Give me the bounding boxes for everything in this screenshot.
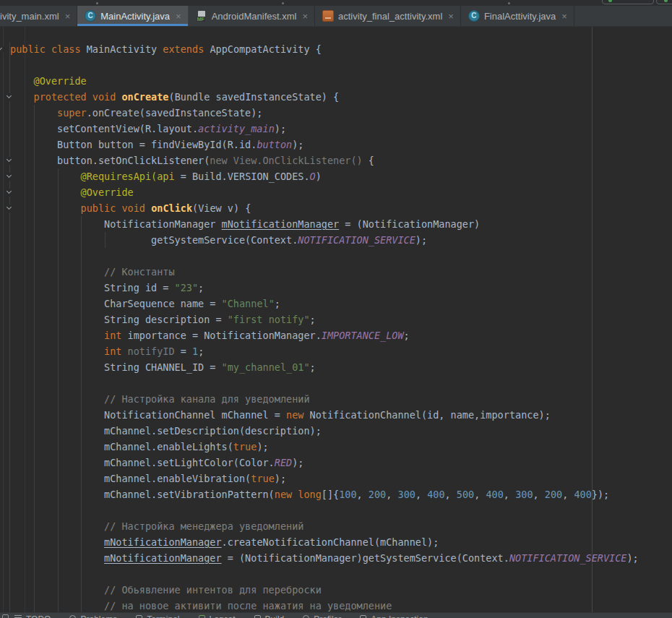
- code-token: [10, 202, 81, 214]
- code-area: public class MainActivity extends AppCom…: [0, 27, 672, 612]
- code-line: [0, 502, 672, 518]
- logcat-icon: [199, 615, 205, 618]
- tool-window-button-label: TODO: [26, 614, 51, 618]
- code-token: @Override: [81, 186, 134, 198]
- manifest-icon: MF: [196, 10, 207, 22]
- code-token: getSystemService(Context.: [10, 234, 298, 246]
- code-token: protected: [34, 91, 87, 103]
- code-token: true: [251, 473, 275, 484]
- code-token: [10, 266, 104, 278]
- code-token: importance = NotificationManager.: [121, 330, 321, 341]
- tab-androidmanifest-xml[interactable]: MFAndroidManifest.xml×: [189, 6, 315, 26]
- code-token: mNotificationManager: [104, 552, 222, 564]
- tab-mainactivity-java[interactable]: CMainActivity.java×: [77, 6, 188, 26]
- code-token: 400: [574, 489, 591, 500]
- tool-window-button-logcat[interactable]: Logcat: [199, 614, 236, 618]
- close-tab-icon[interactable]: ×: [302, 12, 308, 21]
- code-token: true: [233, 441, 257, 452]
- code-token: onClick: [151, 202, 192, 214]
- tab-activity-final-acttivity-xml[interactable]: activity_final_acttivity.xml×: [315, 6, 461, 26]
- java-class-icon: C: [85, 10, 96, 22]
- tool-window-button-profiler[interactable]: Profiler: [303, 614, 341, 618]
- code-token: mChannel.enableVibration(: [10, 473, 251, 484]
- code-token: (View v) {: [192, 202, 251, 214]
- code-token: = (NotificationManager): [339, 218, 480, 230]
- code-token: O: [310, 171, 316, 182]
- run-icon[interactable]: [608, 0, 612, 2]
- code-token: void: [121, 202, 145, 214]
- code-token: ;: [310, 314, 316, 325]
- code-line: getSystemService(Context.NOTIFICATION_SE…: [0, 232, 672, 248]
- tool-window-button-build[interactable]: Build: [254, 614, 285, 618]
- tool-window-bar: TODOProblemsTerminalLogcatBuildProfilerA…: [0, 612, 672, 618]
- code-token: extends: [163, 43, 204, 55]
- code-token: [87, 91, 92, 103]
- close-tab-icon[interactable]: ×: [561, 12, 567, 21]
- code-line: int notifyID = 1;: [0, 343, 672, 359]
- close-tab-icon[interactable]: ×: [448, 12, 454, 21]
- code-token: [145, 202, 151, 214]
- code-line: @Override: [0, 73, 672, 89]
- fold-region-icon[interactable]: [0, 46, 4, 53]
- code-editor[interactable]: public class MainActivity extends AppCom…: [0, 27, 672, 612]
- code-token: NotificationManager: [10, 218, 222, 230]
- code-token: button: [257, 139, 292, 150]
- code-token: void: [92, 91, 116, 103]
- code-token: [10, 330, 104, 341]
- code-line: mChannel.setDescription(description);: [0, 423, 672, 439]
- code-token: button.setOnClickListener(: [10, 155, 210, 166]
- code-token: Button button = findViewById(R.id.: [10, 139, 257, 150]
- code-token: ): [316, 171, 322, 182]
- fold-region-icon[interactable]: [5, 173, 13, 181]
- tool-window-button-label: App Inspection: [371, 614, 428, 618]
- code-token: 1: [192, 346, 198, 357]
- fold-region-icon[interactable]: [5, 157, 13, 165]
- close-tab-icon[interactable]: ×: [176, 12, 181, 21]
- app-inspection-icon: [360, 615, 366, 618]
- code-token: CharSequence name =: [10, 298, 222, 309]
- code-token: // Настройка канала для уведомлений: [104, 393, 309, 405]
- code-token: mChannel.setVibrationPattern(: [10, 489, 275, 500]
- code-line: protected void onCreate(Bundle savedInst…: [0, 89, 672, 105]
- code-token: ,: [474, 489, 486, 500]
- editor-tab-bar: ivity_main.xml×CMainActivity.java×MFAndr…: [0, 6, 672, 27]
- code-token: });: [592, 489, 609, 500]
- code-token: new: [275, 489, 292, 500]
- code-token: 100: [339, 489, 356, 500]
- code-token: super: [57, 107, 87, 119]
- code-token: .onCreate(savedInstanceState);: [87, 107, 263, 119]
- code-token: );: [292, 139, 303, 150]
- tool-window-button-app-inspection[interactable]: App Inspection: [360, 614, 428, 618]
- run-icon[interactable]: [664, 0, 668, 2]
- code-token: [121, 346, 127, 357]
- tool-window-button-terminal[interactable]: Terminal: [136, 614, 179, 618]
- close-tab-icon[interactable]: ×: [65, 12, 71, 21]
- code-token: []{: [322, 489, 339, 500]
- code-token: );: [292, 457, 303, 468]
- code-token: // Константы: [104, 266, 175, 278]
- fold-region-icon[interactable]: [5, 189, 13, 197]
- code-line: [0, 375, 672, 391]
- tool-window-button-label: Terminal: [147, 614, 179, 618]
- code-token: ,: [562, 489, 574, 500]
- tab-ivity-main-xml[interactable]: ivity_main.xml×: [0, 6, 77, 26]
- code-token: ,: [504, 489, 515, 500]
- run-configuration-widget[interactable]: [602, 0, 654, 4]
- code-token: mNotificationManager: [104, 536, 222, 548]
- code-token: [10, 600, 104, 611]
- code-line: button.setOnClickListener(new View.OnCli…: [0, 153, 672, 168]
- tool-window-button-todo[interactable]: TODO: [14, 614, 51, 618]
- tab-finalacttivity-java[interactable]: CFinalActtivity.java×: [461, 6, 574, 26]
- tool-window-button-problems[interactable]: Problems: [69, 614, 117, 618]
- code-token: int: [104, 346, 121, 357]
- main-toolbar-strip: [0, 0, 672, 6]
- fold-region-icon[interactable]: [5, 93, 13, 101]
- code-token: "first notify": [228, 314, 310, 325]
- code-line: NotificationManager mNotificationManager…: [0, 216, 672, 232]
- code-token: new: [286, 409, 303, 421]
- code-token: int: [104, 330, 121, 341]
- fold-region-icon[interactable]: [5, 205, 13, 213]
- window-layout-icon[interactable]: [2, 614, 9, 618]
- code-token: [10, 75, 34, 87]
- device-widget[interactable]: [656, 0, 672, 4]
